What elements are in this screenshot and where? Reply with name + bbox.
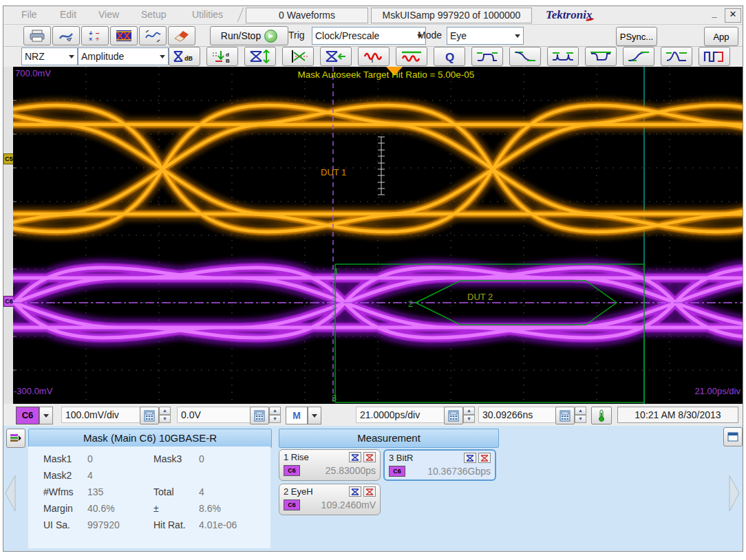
gate-marker-1[interactable]: 1 <box>334 266 339 277</box>
zoom-waveform-button[interactable] <box>139 26 167 45</box>
svg-text:B: B <box>226 58 230 63</box>
gate-marker-3[interactable]: 3 <box>332 393 337 403</box>
crossing-percent-button[interactable] <box>282 47 314 66</box>
fall-time-icon <box>514 50 536 63</box>
negative-width-button[interactable] <box>585 47 617 66</box>
run-stop-button[interactable]: Run/Stop ▶ <box>210 26 288 45</box>
eye-width-button[interactable] <box>320 47 352 66</box>
minimize-button[interactable]: _ <box>707 8 722 21</box>
signal-type-dropdown[interactable]: NRZ <box>21 47 78 65</box>
mask-panel-header[interactable]: Mask (Main C6) 10GBASE-R <box>28 429 272 448</box>
eye-amplitude-db-button[interactable]: dB <box>169 47 200 66</box>
mask-marker-2[interactable]: 2 <box>408 299 413 309</box>
math-icon: +−×÷ <box>87 30 103 42</box>
chevron-down-icon <box>43 414 49 418</box>
horizontal-position-field[interactable]: 30.09266ns <box>478 407 557 423</box>
duty-cycle-icon <box>665 50 688 63</box>
vertical-offset-field[interactable]: 0.0V <box>177 407 251 423</box>
spinner-down-icon[interactable]: ▼ <box>159 415 171 423</box>
menu-edit[interactable]: Edit <box>60 9 76 20</box>
duty-cycle-button[interactable] <box>661 47 692 66</box>
spinner-down-icon[interactable]: ▼ <box>269 415 281 423</box>
period-button[interactable] <box>547 47 579 66</box>
math-button[interactable]: +−×÷ <box>81 26 109 45</box>
spinner-up-icon[interactable]: ▲ <box>463 407 475 415</box>
calculator-icon <box>144 410 155 422</box>
restore-readout-window-button[interactable] <box>723 427 743 446</box>
gain-button[interactable]: dB <box>206 47 238 66</box>
spinner-up-icon[interactable]: ▲ <box>575 407 586 415</box>
spinner-down-icon[interactable]: ▼ <box>463 415 475 423</box>
menu-view[interactable]: View <box>98 9 119 20</box>
horizontal-position-keypad-button[interactable] <box>555 407 575 424</box>
jitter-rms-button[interactable] <box>396 47 427 66</box>
spinner-up-icon[interactable]: ▲ <box>159 407 171 415</box>
readout-dock-button[interactable] <box>6 429 25 448</box>
channel-dropdown-arrow[interactable] <box>39 407 53 424</box>
measurement-card-bitr[interactable]: 3 BitR C610.36736Gbps <box>383 449 496 481</box>
page-left-chevron[interactable] <box>5 474 16 513</box>
measurement-panel-header[interactable]: Measurement <box>279 429 499 448</box>
mask-hits-icon[interactable] <box>363 452 376 462</box>
vertical-offset-spinner[interactable]: ▲▼ <box>269 407 281 423</box>
horizontal-scale-spinner[interactable]: ▲▼ <box>463 407 475 423</box>
horizontal-scale-keypad-button[interactable] <box>444 407 463 424</box>
select-waveform-button[interactable] <box>52 26 80 45</box>
bit-pattern-icon <box>703 50 725 63</box>
source-channel-badge: C6 <box>284 499 300 510</box>
vertical-scale-keypad-button[interactable] <box>140 407 159 424</box>
rise-time-button[interactable] <box>623 47 654 66</box>
timebase-dropdown-arrow[interactable] <box>308 407 321 424</box>
mask-hits-icon[interactable] <box>478 453 491 463</box>
erase-icon <box>173 30 190 42</box>
svg-text:×: × <box>89 36 92 42</box>
measurement-card-rise[interactable]: 1 Rise C625.83000ps <box>279 449 381 481</box>
stat-label: Hit Rat. <box>153 519 199 536</box>
zoom-waveform-icon <box>145 30 161 42</box>
mask-hits-icon[interactable] <box>363 486 376 497</box>
temperature-button[interactable] <box>591 407 612 424</box>
jitter-pp-button[interactable] <box>358 47 390 66</box>
bit-pattern-button[interactable] <box>699 47 730 66</box>
signal-type-value: NRZ <box>25 51 45 62</box>
psync-button[interactable]: PSync... <box>616 27 657 46</box>
chevron-down-icon <box>515 34 520 38</box>
measure-category-dropdown[interactable]: Amplitude <box>78 47 169 65</box>
spinner-up-icon[interactable]: ▲ <box>269 407 281 415</box>
fall-time-button[interactable] <box>509 47 541 66</box>
q-factor-button[interactable]: Q <box>434 47 465 66</box>
horizontal-scale-field[interactable]: 21.0000ps/div <box>356 407 445 423</box>
dut2-label: DUT 2 <box>467 292 493 302</box>
eye-height-icon <box>249 50 271 63</box>
eye-diagram-icon[interactable] <box>349 452 361 462</box>
close-button[interactable]: ✕ <box>725 8 741 23</box>
channel-select-button[interactable]: C6 <box>16 407 39 424</box>
erase-button[interactable] <box>168 26 195 45</box>
vertical-scale-spinner[interactable]: ▲▼ <box>159 407 171 423</box>
channel-gutter: C5 C6 <box>3 67 13 404</box>
menu-utilities[interactable]: Utilities <box>192 9 223 20</box>
mask-test-button[interactable] <box>110 26 138 45</box>
horizontal-position-spinner[interactable]: ▲▼ <box>575 407 586 423</box>
measurement-value: 10.36736Gbps <box>427 466 491 477</box>
eye-height-button[interactable] <box>244 47 276 66</box>
vertical-scale-field[interactable]: 100.0mV/div <box>61 407 141 423</box>
measurement-card-eyeh[interactable]: 2 EyeH C6109.2460mV <box>279 484 381 515</box>
print-button[interactable] <box>23 26 51 45</box>
waveform-display[interactable]: 1 2 3 Mask Autoseek Target Hit Ratio = 5… <box>13 67 743 404</box>
trigger-source-dropdown[interactable]: Clock/Prescale <box>312 27 426 45</box>
timebase-select-button[interactable]: M <box>286 407 308 424</box>
mode-label: Mode <box>418 30 442 41</box>
spinner-down-icon[interactable]: ▼ <box>575 415 586 423</box>
chevron-down-icon <box>160 55 165 58</box>
menu-setup[interactable]: Setup <box>141 9 167 20</box>
vertical-offset-keypad-button[interactable] <box>250 407 269 424</box>
menu-file[interactable]: File <box>21 9 37 20</box>
positive-width-button[interactable] <box>471 47 503 66</box>
page-right-chevron[interactable] <box>729 474 740 513</box>
app-button[interactable]: App <box>704 27 738 46</box>
eye-diagram-icon[interactable] <box>349 486 361 497</box>
eye-diagram-icon[interactable] <box>464 453 476 463</box>
mode-dropdown[interactable]: Eye <box>447 27 524 45</box>
measure-ruler <box>378 137 385 195</box>
